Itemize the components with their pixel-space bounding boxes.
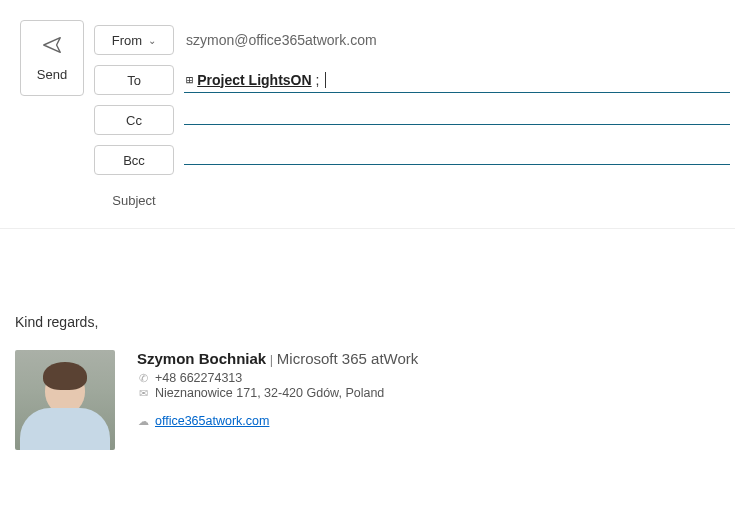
bcc-input[interactable] bbox=[184, 156, 730, 165]
from-button-label: From bbox=[112, 33, 142, 48]
cc-button-label: Cc bbox=[126, 113, 142, 128]
recipient-group-pill[interactable]: Project LightsON bbox=[197, 72, 311, 88]
signature-name: Szymon Bochniak bbox=[137, 350, 266, 367]
signature-block: Szymon Bochniak | Microsoft 365 atWork ✆… bbox=[15, 350, 720, 450]
mail-icon: ✉ bbox=[137, 387, 149, 400]
from-row: From ⌄ szymon@office365atwork.com bbox=[94, 20, 730, 60]
subject-label: Subject bbox=[94, 193, 174, 208]
fields-column: From ⌄ szymon@office365atwork.com To ⊞ P… bbox=[94, 20, 730, 220]
to-button[interactable]: To bbox=[94, 65, 174, 95]
signature-name-line: Szymon Bochniak | Microsoft 365 atWork bbox=[137, 350, 418, 367]
cc-button[interactable]: Cc bbox=[94, 105, 174, 135]
phone-icon: ✆ bbox=[137, 372, 149, 385]
from-button[interactable]: From ⌄ bbox=[94, 25, 174, 55]
to-input[interactable]: ⊞ Project LightsON; bbox=[184, 68, 730, 93]
send-button[interactable]: Send bbox=[20, 20, 84, 96]
expand-group-icon[interactable]: ⊞ bbox=[186, 73, 193, 87]
send-column: Send bbox=[20, 20, 84, 220]
signature-website-line: ☁ office365atwork.com bbox=[137, 414, 418, 428]
signature-address: Nieznanowice 171, 32-420 Gdów, Poland bbox=[155, 386, 384, 400]
signature-company: Microsoft 365 atWork bbox=[277, 350, 418, 367]
compose-header: Send From ⌄ szymon@office365atwork.com T… bbox=[0, 0, 735, 229]
to-row: To ⊞ Project LightsON; bbox=[94, 60, 730, 100]
cc-row: Cc bbox=[94, 100, 730, 140]
bcc-button[interactable]: Bcc bbox=[94, 145, 174, 175]
send-icon bbox=[41, 34, 63, 59]
text-cursor bbox=[325, 72, 326, 88]
signature-address-line: ✉ Nieznanowice 171, 32-420 Gdów, Poland bbox=[137, 386, 418, 400]
chevron-down-icon: ⌄ bbox=[148, 35, 156, 46]
signature-separator: | bbox=[270, 352, 273, 367]
email-body[interactable]: Kind regards, Szymon Bochniak | Microsof… bbox=[0, 229, 735, 465]
signature-phone-line: ✆ +48 662274313 bbox=[137, 371, 418, 385]
cc-input[interactable] bbox=[184, 116, 730, 125]
bcc-button-label: Bcc bbox=[123, 153, 145, 168]
signature-info: Szymon Bochniak | Microsoft 365 atWork ✆… bbox=[137, 350, 418, 429]
signoff-text: Kind regards, bbox=[15, 314, 720, 330]
signature-phone: +48 662274313 bbox=[155, 371, 242, 385]
photo-hair-shape bbox=[43, 362, 87, 390]
from-value[interactable]: szymon@office365atwork.com bbox=[184, 28, 730, 53]
subject-input[interactable] bbox=[184, 196, 730, 205]
bcc-row: Bcc bbox=[94, 140, 730, 180]
send-label: Send bbox=[37, 67, 67, 82]
subject-row: Subject bbox=[94, 180, 730, 220]
signature-photo bbox=[15, 350, 115, 450]
to-button-label: To bbox=[127, 73, 141, 88]
signature-website-link[interactable]: office365atwork.com bbox=[155, 414, 269, 428]
cloud-icon: ☁ bbox=[137, 415, 149, 428]
